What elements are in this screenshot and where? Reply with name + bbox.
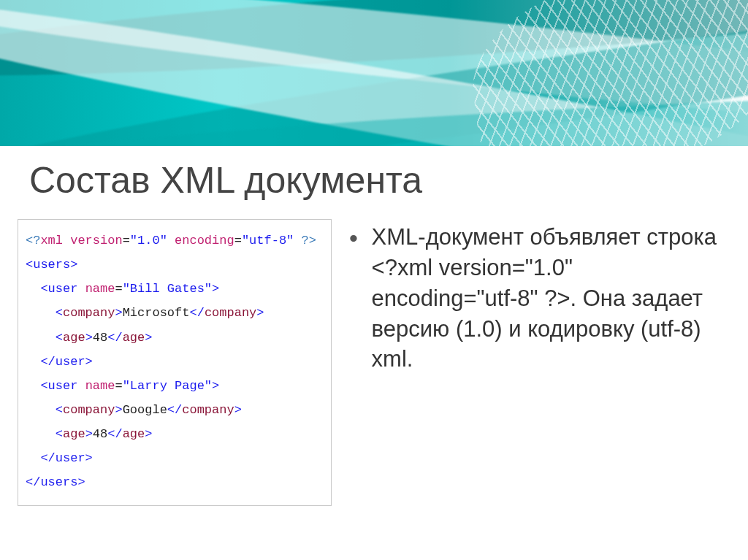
tag-user-close: </user> — [26, 355, 93, 369]
text-content: Google — [123, 403, 167, 417]
angle: > — [115, 403, 122, 417]
text-content: Microsoft — [123, 306, 190, 320]
bullet-item: XML-документ объявляет строка <?xml vers… — [349, 222, 725, 375]
bullet-text: XML-документ объявляет строка <?xml vers… — [372, 222, 725, 375]
elname: age — [123, 331, 145, 345]
angle: > — [85, 427, 93, 441]
text-content: 48 — [93, 331, 107, 345]
tag-user-close: </user> — [26, 451, 93, 465]
angle: </ — [107, 427, 122, 441]
elname: company — [182, 403, 234, 417]
elname: age — [63, 427, 85, 441]
slide-title: Состав XML документа — [0, 146, 748, 219]
eq: = — [123, 234, 130, 248]
tag-close-angle: > — [212, 379, 219, 393]
decorative-banner — [0, 0, 748, 146]
xml-code-example: <?xml version="1.0" encoding="utf-8" ?> … — [18, 219, 332, 506]
tag-company: < — [26, 403, 63, 417]
tag-user-open: <user — [26, 379, 85, 393]
tag-age: < — [26, 427, 63, 441]
xml-pi-open: <? — [26, 234, 40, 248]
attr-name: name — [85, 282, 115, 296]
tag-users-open: <users> — [26, 258, 77, 272]
tag-users-close: </users> — [26, 475, 85, 489]
content-row: <?xml version="1.0" encoding="utf-8" ?> … — [0, 219, 748, 506]
xml-str: "utf-8" — [242, 234, 294, 248]
eq: = — [115, 379, 122, 393]
xml-str: "1.0" — [130, 234, 167, 248]
eq: = — [234, 234, 242, 248]
angle: </ — [167, 403, 182, 417]
angle: </ — [107, 331, 122, 345]
angle: > — [115, 306, 122, 320]
attr-value: "Bill Gates" — [123, 282, 212, 296]
angle: > — [85, 331, 93, 345]
angle: > — [234, 403, 242, 417]
xml-attr: xml version — [40, 234, 122, 248]
tag-close-angle: > — [212, 282, 219, 296]
elname: company — [63, 306, 115, 320]
angle: </ — [189, 306, 204, 320]
attr-name: name — [85, 379, 115, 393]
bullet-list: XML-документ объявляет строка <?xml vers… — [349, 219, 725, 506]
xml-pi-close: ?> — [294, 234, 316, 248]
xml-attr: encoding — [167, 234, 234, 248]
angle: > — [256, 306, 264, 320]
tag-company: < — [26, 306, 63, 320]
angle: > — [145, 331, 152, 345]
attr-value: "Larry Page" — [123, 379, 212, 393]
tag-user-open: <user — [26, 282, 85, 296]
elname: company — [63, 403, 115, 417]
eq: = — [115, 282, 122, 296]
angle: > — [145, 427, 152, 441]
tag-age: < — [26, 331, 63, 345]
elname: company — [205, 306, 256, 320]
elname: age — [63, 331, 85, 345]
elname: age — [123, 427, 145, 441]
text-content: 48 — [93, 427, 107, 441]
